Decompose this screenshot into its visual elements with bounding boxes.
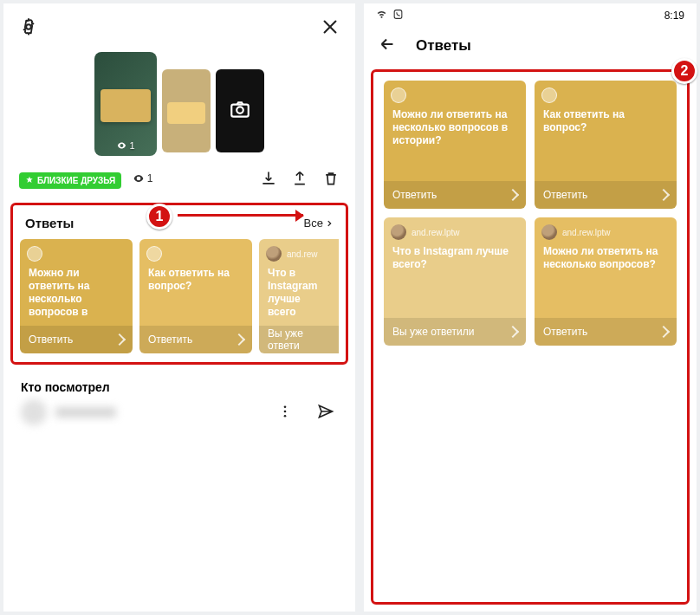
close-friends-pill[interactable]: БЛИЗКИЕ ДРУЗЬЯ	[19, 172, 121, 189]
back-icon[interactable]	[378, 35, 397, 57]
chevron-right-icon	[658, 189, 670, 201]
chevron-right-icon	[233, 333, 245, 346]
svg-point-5	[284, 415, 287, 418]
left-header	[3, 3, 355, 49]
avatar	[541, 87, 557, 103]
card-question: Что в Instagram лучше всего	[259, 262, 339, 326]
avatar	[391, 87, 406, 103]
answer-card[interactable]: and.rew.lptw Что в Instagram лучше всего…	[384, 217, 526, 346]
wifi-icon	[376, 9, 387, 23]
viewer-blurred	[21, 399, 116, 425]
page-title: Ответы	[416, 37, 471, 55]
thumb-view-count: 1	[116, 140, 134, 151]
card-question: Как ответить на вопрос?	[139, 262, 252, 326]
see-all-link[interactable]: Все	[304, 217, 334, 230]
chevron-right-icon	[507, 189, 519, 201]
svg-point-2	[237, 107, 243, 113]
answer-card[interactable]: Можно ли ответить на несколько вопросов …	[384, 81, 526, 209]
send-icon[interactable]	[317, 403, 334, 424]
avatar	[391, 224, 406, 240]
answers-highlight-box: 1 Ответы Все Можно ли ответить на нескол…	[10, 203, 348, 365]
chevron-right-icon	[113, 333, 126, 346]
right-screen: 8:19 Ответы 2 Можно ли ответить на неско…	[364, 3, 697, 612]
answers-grid: Можно ли ответить на несколько вопросов …	[379, 77, 682, 349]
answer-card[interactable]: Как ответить на вопрос? Ответить	[139, 239, 252, 353]
story-thumbnails: 1	[3, 49, 355, 163]
avatar	[27, 246, 42, 262]
view-count: 1	[133, 172, 153, 184]
chevron-right-icon	[507, 326, 519, 338]
svg-point-3	[284, 405, 287, 408]
answers-section-title: Ответы	[25, 216, 74, 230]
card-reply-button[interactable]: Вы уже ответи	[259, 326, 339, 353]
card-question: Что в Instagram лучше всего?	[384, 240, 526, 318]
card-question: Как ответить на вопрос?	[535, 103, 677, 181]
left-screen: 1 БЛИЗКИЕ ДРУЗЬЯ 1 1 Ответы	[3, 3, 355, 612]
story-thumb-camera[interactable]	[216, 69, 264, 152]
answer-card[interactable]: and.rew.lptw Можно ли ответить на нескол…	[535, 217, 677, 346]
card-question: Можно ли ответить на несколько вопросов …	[20, 262, 133, 326]
step-bubble-2: 2	[671, 58, 697, 84]
camera-icon	[229, 98, 251, 124]
svg-point-0	[26, 24, 31, 29]
avatar	[266, 246, 282, 262]
card-username: and.rew	[287, 249, 318, 259]
more-icon[interactable]	[277, 404, 293, 423]
gear-icon[interactable]	[19, 17, 38, 40]
story-thumb-2[interactable]	[162, 69, 211, 152]
who-viewed-title: Кто посмотрел	[3, 368, 355, 399]
close-icon[interactable]	[321, 17, 340, 40]
answers-grid-highlight: 2 Можно ли ответить на несколько вопросо…	[371, 69, 690, 605]
answer-card[interactable]: Как ответить на вопрос? Ответить	[535, 81, 677, 209]
card-reply-button[interactable]: Ответить	[384, 181, 526, 209]
card-question: Можно ли ответить на несколько вопросов …	[384, 103, 526, 181]
share-icon[interactable]	[291, 170, 308, 191]
card-reply-button[interactable]: Ответить	[535, 181, 677, 209]
delete-icon[interactable]	[322, 170, 340, 191]
card-reply-button[interactable]: Вы уже ответили	[384, 318, 526, 346]
card-username: and.rew.lptw	[562, 228, 611, 237]
card-reply-button[interactable]: Ответить	[139, 326, 252, 353]
download-icon[interactable]	[260, 170, 277, 191]
avatar	[146, 246, 162, 262]
card-question: Можно ли ответить на несколько вопросов?	[535, 240, 677, 318]
card-reply-button[interactable]: Ответить	[20, 326, 133, 353]
viewer-row	[3, 399, 355, 437]
story-controls: БЛИЗКИЕ ДРУЗЬЯ 1	[3, 163, 355, 199]
story-thumb-active[interactable]: 1	[94, 52, 157, 156]
step-bubble-1: 1	[146, 204, 172, 230]
chevron-right-icon	[658, 326, 670, 338]
status-time: 8:19	[664, 10, 684, 22]
svg-point-4	[284, 411, 287, 413]
answers-row: Можно ли ответить на несколько вопросов …	[18, 239, 340, 353]
right-header: Ответы	[364, 26, 697, 66]
status-bar: 8:19	[364, 3, 697, 26]
card-reply-button[interactable]: Ответить	[535, 318, 677, 346]
svg-rect-6	[394, 10, 402, 19]
arrow-icon	[178, 214, 303, 217]
card-username: and.rew.lptw	[412, 228, 460, 237]
viber-icon	[392, 9, 404, 23]
answer-card[interactable]: Можно ли ответить на несколько вопросов …	[20, 239, 133, 353]
answer-card[interactable]: and.rew Что в Instagram лучше всего Вы у…	[259, 239, 339, 353]
avatar	[541, 224, 557, 240]
